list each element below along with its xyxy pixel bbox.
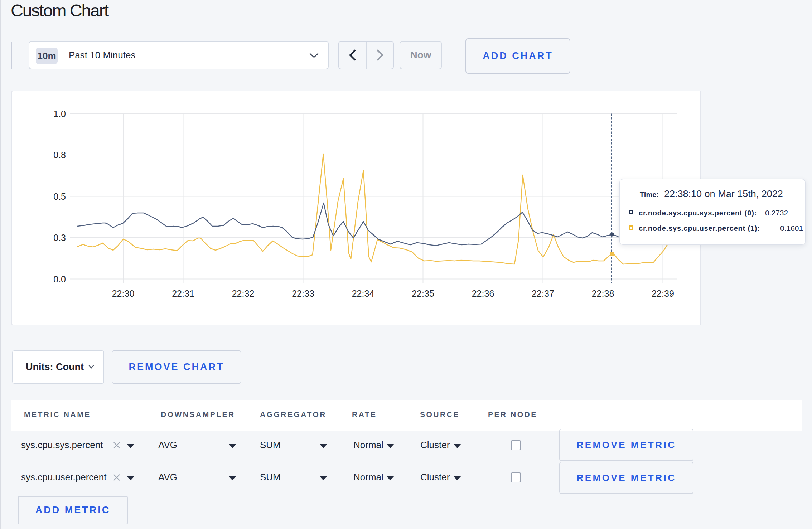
svg-text:22:36: 22:36 xyxy=(472,288,494,299)
svg-text:1.0: 1.0 xyxy=(53,109,66,119)
svg-text:22:32: 22:32 xyxy=(232,288,255,299)
svg-text:0.0: 0.0 xyxy=(53,274,66,284)
svg-text:22:37: 22:37 xyxy=(532,288,554,299)
svg-text:22:39: 22:39 xyxy=(652,288,674,299)
svg-text:22:35: 22:35 xyxy=(412,288,434,299)
svg-text:22:30: 22:30 xyxy=(112,288,135,299)
svg-text:0.8: 0.8 xyxy=(53,150,66,160)
svg-text:22:34: 22:34 xyxy=(352,288,374,299)
svg-text:22:31: 22:31 xyxy=(172,288,194,299)
svg-text:22:38: 22:38 xyxy=(592,288,614,299)
svg-text:0.3: 0.3 xyxy=(53,233,66,243)
svg-text:0.5: 0.5 xyxy=(53,191,66,202)
svg-text:22:33: 22:33 xyxy=(292,288,314,299)
